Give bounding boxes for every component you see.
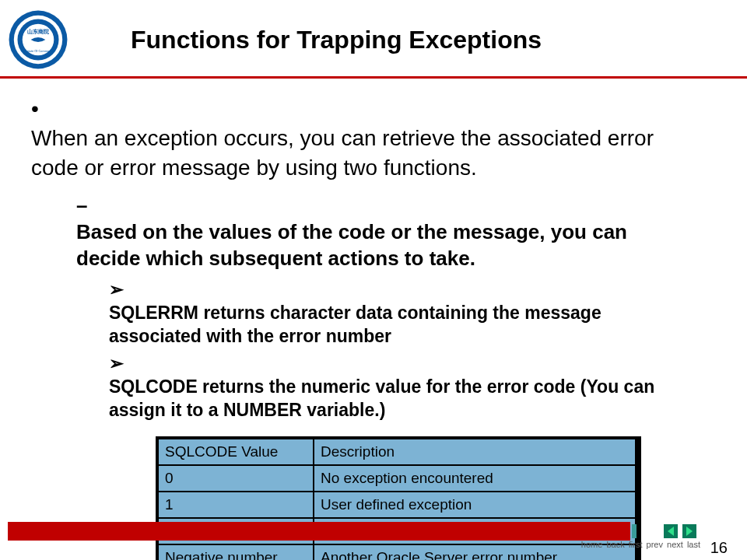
- svg-text:Institute Of Commerce: Institute Of Commerce: [23, 49, 54, 53]
- table-header-cell: SQLCODE Value: [158, 439, 314, 465]
- nav-home[interactable]: home: [581, 540, 603, 549]
- table-cell: No exception encountered: [314, 465, 636, 492]
- bullet-level3: ➢ SQLCODE returns the numeric value for …: [109, 352, 716, 422]
- bullet-text: When an exception occurs, you can retrie…: [31, 124, 693, 183]
- nav-prev[interactable]: prev: [647, 540, 663, 549]
- nav-back[interactable]: back: [606, 540, 624, 549]
- nav-icons: [664, 524, 696, 538]
- footer-bar: [8, 522, 630, 541]
- svg-text:山东商院: 山东商院: [27, 28, 49, 35]
- nav-prev-icon[interactable]: [664, 524, 678, 538]
- bullet-level3: ➢ SQLERRM returns character data contain…: [109, 278, 716, 348]
- nav-last[interactable]: last: [687, 540, 700, 549]
- nav-first[interactable]: first: [629, 540, 643, 549]
- page-number: 16: [710, 539, 728, 557]
- institute-logo-icon: 山东商院 Institute Of Commerce: [8, 9, 68, 70]
- table-cell: 1: [158, 492, 314, 518]
- slide-header: 山东商院 Institute Of Commerce Functions for…: [0, 0, 747, 76]
- table-cell: User defined exception: [314, 492, 636, 518]
- table-row: 0 No exception encountered: [158, 465, 636, 492]
- bullet-text: SQLCODE returns the numeric value for th…: [109, 376, 693, 422]
- bullet-dash-icon: –: [76, 193, 95, 219]
- nav-next[interactable]: next: [667, 540, 683, 549]
- slide-content: • When an exception occurs, you can retr…: [0, 79, 747, 560]
- table-header-cell: Description: [314, 439, 636, 465]
- table-row: 1 User defined exception: [158, 492, 636, 518]
- table-cell: 0: [158, 465, 314, 492]
- table-cell: Negative number: [158, 544, 314, 560]
- bullet-level2: – Based on the values of the code or the…: [76, 193, 716, 271]
- bullet-arrow-icon: ➢: [109, 278, 128, 302]
- bullet-arrow-icon: ➢: [109, 352, 128, 376]
- nav-next-icon[interactable]: [682, 524, 696, 538]
- bullet-text: Based on the values of the code or the m…: [76, 219, 693, 272]
- sqlcode-table: SQLCODE Value Description 0 No exception…: [156, 436, 638, 560]
- table-row: Negative number Another Oracle Server er…: [158, 544, 636, 560]
- table-row: SQLCODE Value Description: [158, 439, 636, 465]
- bullet-level1: • When an exception occurs, you can retr…: [31, 94, 716, 182]
- slide-title: Functions for Trapping Exceptions: [131, 26, 542, 54]
- bullet-dot-icon: •: [31, 94, 51, 124]
- bullet-text: SQLERRM returns character data containin…: [109, 302, 693, 348]
- nav-links: home back first prev next last: [581, 540, 700, 549]
